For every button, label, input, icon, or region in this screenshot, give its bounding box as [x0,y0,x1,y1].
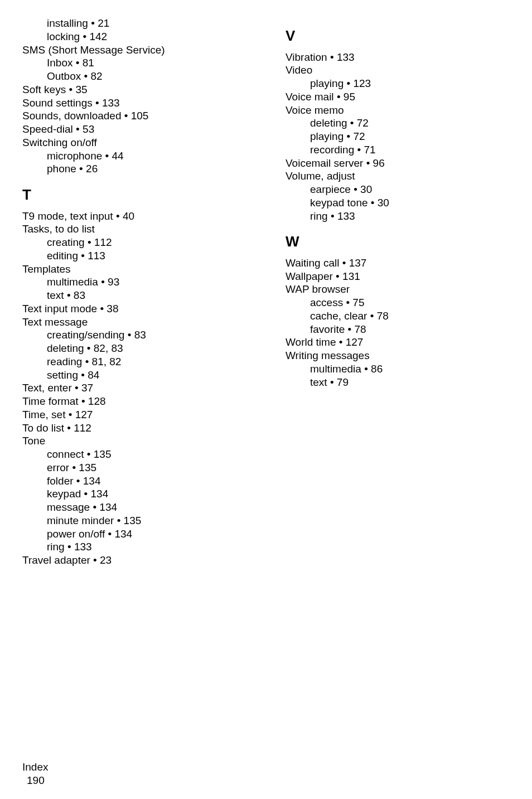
index-entry: ring • 133 [47,540,246,554]
entry-page: 142 [89,31,107,42]
entry-separator: • [327,51,337,63]
entry-page: 127 [75,409,93,420]
index-entry: setting • 84 [47,369,246,382]
entry-text: folder [47,475,74,487]
entry-separator: • [114,515,123,526]
entry-separator: • [72,57,82,69]
entry-separator: • [82,356,91,367]
entry-page: 71 [364,144,375,156]
entry-page: 133 [337,51,355,63]
entry-separator: • [328,210,337,222]
entry-page: 137 [349,257,367,269]
entry-page: 78 [377,310,389,322]
entry-separator: • [361,363,371,375]
entry-text: connect [47,448,84,460]
entry-page: 128 [88,395,106,407]
entry-page: 30 [378,197,389,209]
index-entry: ring • 133 [310,210,510,223]
entry-separator: • [79,395,88,407]
section-heading: V [286,27,510,45]
entry-text: Text message [22,316,88,328]
entry-text: Sound settings [22,97,93,109]
entry-page: 21 [98,17,109,29]
entry-separator: • [339,257,349,269]
entry-page: 75 [352,297,364,308]
index-entry: recording • 71 [310,143,510,157]
entry-separator: • [121,110,130,122]
entry-text: phone [47,163,76,175]
index-entry: Text message [22,316,246,329]
entry-page: 82 [90,70,102,82]
entry-text: earpiece [310,183,351,195]
index-entry: minute minder • 135 [47,514,246,527]
index-entry: access • 75 [310,296,510,309]
entry-page: 133 [74,541,92,553]
entry-separator: • [345,323,354,335]
entry-separator: • [102,150,112,162]
entry-page: 81 [83,57,94,69]
entry-page: 81, 82 [92,356,122,367]
entry-separator: • [84,342,94,354]
entry-text: error [47,462,69,473]
entry-text: keypad [47,488,81,500]
entry-separator: • [78,250,88,262]
entry-page: 72 [353,130,365,142]
entry-separator: • [367,310,376,322]
entry-text: access [310,297,343,308]
index-entry: creating/sending • 83 [47,328,246,342]
entry-text: installing [47,17,88,29]
footer: Index 190 [22,744,510,788]
index-entry: T9 mode, text input • 40 [22,210,246,223]
index-entry: Time, set • 127 [22,408,246,422]
entry-page: 135 [79,462,96,473]
entry-separator: • [354,144,364,156]
page-number: 190 [27,774,510,788]
entry-separator: • [93,97,102,109]
index-entry: SMS (Short Message Service) [22,43,246,57]
entry-separator: • [72,382,81,394]
entry-text: locking [47,31,80,42]
entry-separator: • [343,297,352,308]
index-entry: Switching on/off [22,136,246,149]
entry-separator: • [76,163,86,175]
index-entry: installing • 21 [47,17,246,30]
index-entry: Wallpaper • 131 [286,270,510,283]
entry-page: 37 [81,382,93,394]
entry-page: 134 [114,528,132,540]
index-entry: text • 79 [310,376,510,389]
index-entry: Templates [22,263,246,276]
entry-separator: • [64,289,74,301]
entry-page: 105 [131,110,149,122]
index-entry: World time • 127 [286,336,510,349]
index-entry: keypad • 134 [47,487,246,501]
entry-separator: • [90,501,99,513]
entry-text: recording [310,144,354,156]
entry-page: 44 [112,150,124,162]
entry-text: ring [47,541,65,553]
entry-page: 123 [353,78,371,89]
entry-page: 35 [75,84,87,95]
entry-text: WAP browser [286,283,350,295]
entry-text: creating/sending [47,329,124,341]
index-entry: Video [286,64,510,77]
index-entry: message • 134 [47,501,246,514]
entry-separator: • [113,210,123,222]
index-entry: Voice memo [286,104,510,117]
entry-separator: • [81,70,90,82]
entry-text: Tone [22,435,45,447]
index-entry: power on/off • 134 [47,527,246,541]
index-entry: folder • 134 [47,474,246,488]
entry-separator: • [327,376,337,388]
entry-text: Video [286,64,312,76]
entry-page: 30 [360,183,372,195]
entry-separator: • [90,554,100,566]
entry-text: creating [47,236,85,248]
entry-page: 93 [108,276,119,288]
index-entry: Speed-dial • 53 [22,123,246,136]
entry-separator: • [74,475,83,487]
entry-text: To do list [22,422,64,434]
entry-text: setting [47,369,78,381]
entry-page: 82, 83 [94,342,123,354]
entry-text: minute minder [47,515,114,526]
entry-separator: • [65,409,75,420]
